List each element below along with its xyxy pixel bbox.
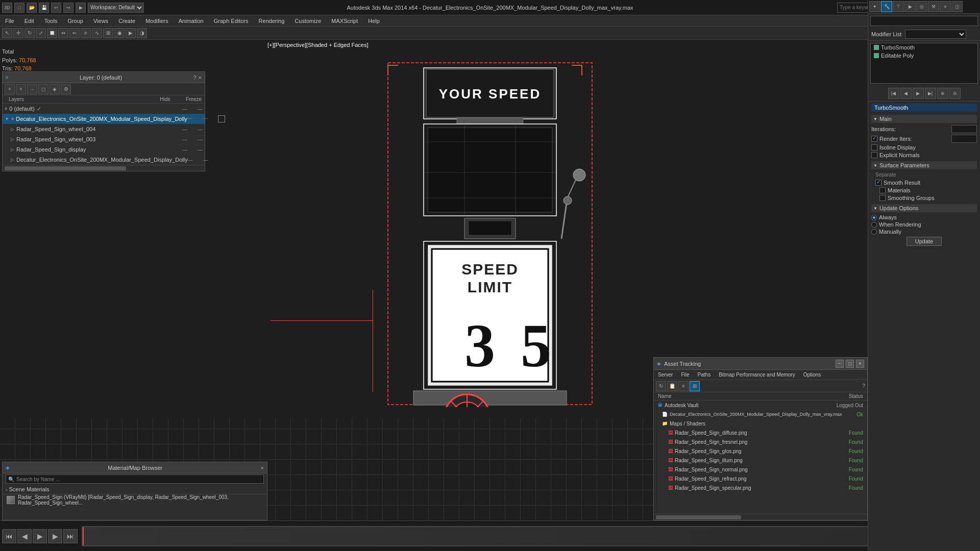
layer-hide-display[interactable]: —	[182, 147, 187, 153]
smoothing-groups-check[interactable]	[879, 195, 886, 201]
asset-row-normal[interactable]: 🖼 Radar_Speed_Sign_normal.png Found	[654, 465, 867, 474]
mirror-tool[interactable]: ⇔	[58, 28, 68, 38]
move-tool[interactable]: ✛	[13, 28, 23, 38]
layer-row-main[interactable]: ▼ ≡ Decatur_Electronics_OnSite_200MX_Mod…	[3, 114, 205, 124]
create-tab[interactable]: ✦	[869, 1, 880, 12]
asset-close[interactable]: ×	[856, 360, 864, 368]
menu-file[interactable]: File	[0, 17, 19, 25]
scale-tool[interactable]: ⤢	[36, 28, 46, 38]
layer-freeze-wheel004[interactable]: —	[198, 127, 203, 132]
asset-row-maxfile[interactable]: 📄 Decatur_Electronics_OnSite_200MX_Modul…	[654, 410, 867, 419]
menu-animation[interactable]: Animation	[174, 17, 209, 25]
explicit-normals-checkbox[interactable]: Explicit Normals	[871, 152, 977, 158]
layer-freeze-display[interactable]: —	[198, 147, 203, 153]
smooth-result-checkbox[interactable]: Smooth Result	[875, 180, 977, 186]
layer-hide-wheel004[interactable]: —	[182, 127, 187, 132]
save-icon[interactable]: 💾	[39, 3, 49, 13]
smooth-result-check[interactable]	[875, 180, 881, 186]
rotate-tool[interactable]: ↻	[24, 28, 35, 38]
layer-panel-close[interactable]: ×	[199, 74, 202, 81]
render-setup[interactable]: ◉	[114, 28, 125, 38]
layer-manager[interactable]: ≡	[81, 28, 91, 38]
mod-nav-5[interactable]: ⊕	[937, 88, 948, 99]
material-panel-close[interactable]: ×	[261, 465, 264, 471]
modifier-dropdown[interactable]	[905, 30, 966, 39]
asset-row-diffuse[interactable]: 🖼 Radar_Speed_Sign_diffuse.png Found	[654, 428, 867, 437]
snap-toggle[interactable]: 🔲	[47, 28, 57, 38]
layer-select-objects[interactable]: ◻	[38, 84, 48, 94]
layer-freeze-default[interactable]: —	[198, 106, 203, 112]
iterations-input[interactable]: 0	[951, 125, 977, 133]
asset-menu-options[interactable]: Options	[799, 371, 825, 379]
nav-prev[interactable]: ◀	[17, 529, 32, 543]
menu-views[interactable]: Views	[88, 17, 113, 25]
update-button[interactable]: Update	[906, 237, 942, 246]
layer-row-display[interactable]: ▷ Radar_Speed_Sign_display — —	[3, 144, 205, 155]
smoothing-groups-checkbox[interactable]: Smoothing Groups	[879, 195, 977, 201]
nav-play2[interactable]: ▶	[33, 529, 47, 543]
asset-minimize[interactable]: −	[836, 360, 844, 368]
menu-help[interactable]: Help	[363, 17, 385, 25]
material-row-radar[interactable]: Radar_Speed_Sign (VRayMtl) [Radar_Speed_…	[3, 494, 267, 506]
asset-row-fresnel[interactable]: 🖼 Radar_Speed_Sign_fresnel.png Found	[654, 437, 867, 446]
menu-customize[interactable]: Customize	[289, 17, 326, 25]
mod-nav-3[interactable]: ▶	[913, 88, 924, 99]
update-options-header[interactable]: ▼ Update Options	[871, 204, 977, 212]
mod-nav-6[interactable]: ⊖	[949, 88, 961, 99]
always-option[interactable]: Always	[871, 214, 977, 220]
isoline-checkbox[interactable]: Isoline Display	[871, 144, 977, 151]
hierarchy-tab[interactable]: ⊤	[893, 1, 904, 12]
menu-rendering[interactable]: Rendering	[254, 17, 290, 25]
asset-row-vault[interactable]: 🏛 Autodesk Vault Logged Out	[654, 400, 867, 410]
menu-modifiers[interactable]: Modifiers	[140, 17, 174, 25]
materials-check[interactable]	[879, 187, 886, 193]
always-radio[interactable]	[871, 215, 877, 220]
open-icon[interactable]: 📂	[27, 3, 37, 13]
materials-checkbox[interactable]: Materials	[879, 187, 977, 193]
utilities-tab[interactable]: ⚒	[928, 1, 939, 12]
curve-editor[interactable]: ∿	[92, 28, 102, 38]
mod-nav-1[interactable]: |◀	[888, 88, 899, 99]
menu-graph-editors[interactable]: Graph Editors	[209, 17, 254, 25]
asset-btn-2[interactable]: 📋	[667, 381, 677, 391]
asset-menu-paths[interactable]: Paths	[694, 371, 715, 379]
asset-menu-file[interactable]: File	[677, 371, 693, 379]
layer-add-selection[interactable]: →	[27, 84, 37, 94]
menu-create[interactable]: Create	[113, 17, 140, 25]
layer-panel-question[interactable]: ?	[193, 74, 196, 81]
undo-icon[interactable]: ↩	[51, 3, 61, 13]
active-shade[interactable]: ◑	[137, 28, 147, 38]
asset-horizontal-scrollbar[interactable]	[654, 514, 867, 520]
asset-help[interactable]: ?	[862, 383, 865, 389]
workspace-select[interactable]: Workspace: Default	[88, 3, 144, 13]
asset-btn-3[interactable]: ≡	[678, 381, 689, 391]
menu-maxscript[interactable]: MAXScript	[326, 17, 363, 25]
asset-btn-4[interactable]: ⊞	[690, 381, 700, 391]
layer-freeze-dolly[interactable]: —	[203, 157, 208, 163]
layer-settings[interactable]: ⚙	[61, 84, 71, 94]
manually-option[interactable]: Manually	[871, 229, 977, 235]
layer-new[interactable]: +	[5, 84, 15, 94]
menu-edit[interactable]: Edit	[19, 17, 39, 25]
object-name-input[interactable]: Radar_Speed_Sign_display	[870, 16, 978, 26]
redo-icon[interactable]: ↪	[63, 3, 74, 13]
render-iters-check[interactable]	[871, 136, 877, 142]
asset-row-illum[interactable]: 🖼 Radar_Speed_Sign_illum.png Found	[654, 456, 867, 465]
layer-highlight[interactable]: ◈	[50, 84, 60, 94]
layer-delete[interactable]: ×	[16, 84, 26, 94]
timeline-cursor[interactable]	[83, 527, 84, 545]
layer-freeze-wheel003[interactable]: —	[198, 137, 203, 142]
manually-radio[interactable]	[871, 229, 877, 235]
layer-hide-default[interactable]: —	[182, 106, 187, 112]
render-iters-input[interactable]: 1	[951, 135, 977, 143]
layer-lock-main[interactable]	[218, 115, 225, 122]
material-search[interactable]: 🔍 Search by Name ...	[6, 474, 264, 484]
menu-tools[interactable]: Tools	[39, 17, 63, 25]
layer-hide-dolly[interactable]: —	[188, 157, 193, 163]
tab8[interactable]: ◫	[951, 1, 963, 12]
modify-tab active[interactable]: 🔧	[881, 1, 892, 12]
main-section-header[interactable]: ▼ Main	[871, 115, 977, 123]
new-icon[interactable]: □	[14, 3, 24, 13]
layer-hide-wheel003[interactable]: —	[182, 137, 187, 142]
surface-params-header[interactable]: ▼ Surface Parameters	[871, 161, 977, 169]
